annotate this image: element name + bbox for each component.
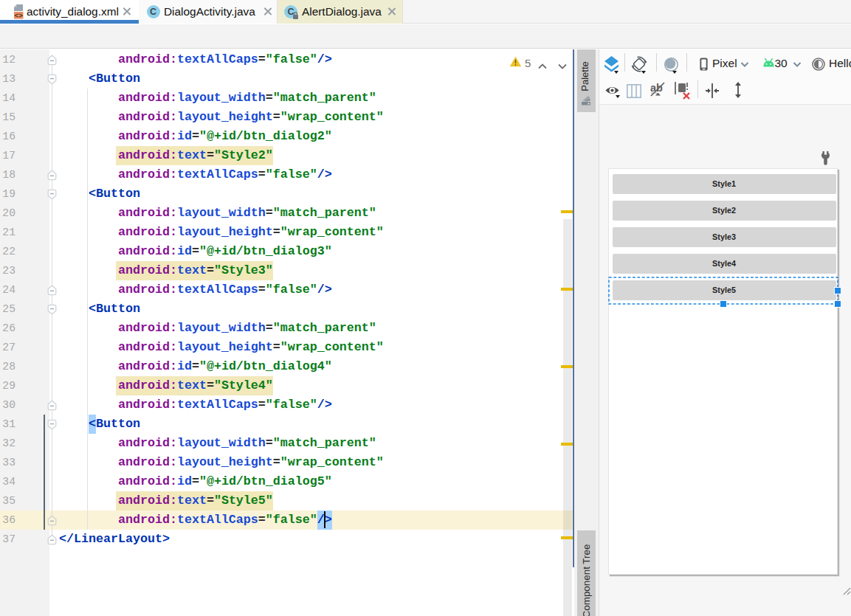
svg-text:ab: ab bbox=[650, 82, 663, 94]
svg-text:<>: <> bbox=[14, 12, 23, 19]
